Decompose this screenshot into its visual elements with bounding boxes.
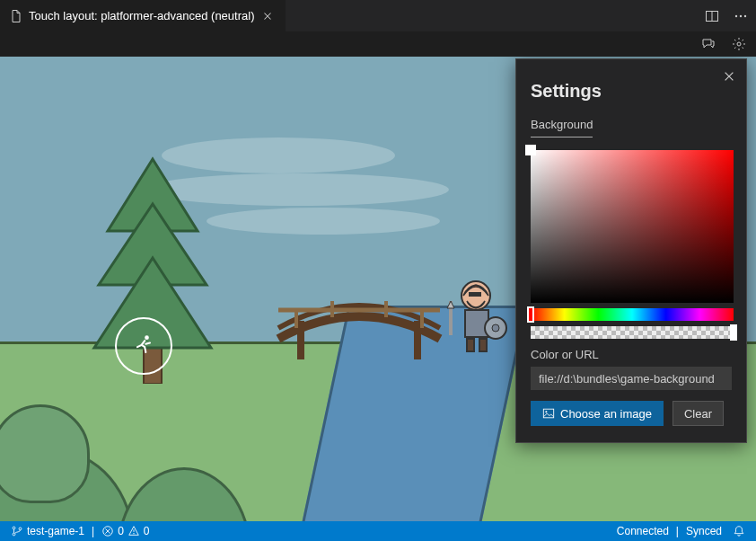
svg-rect-15 xyxy=(469,292,481,297)
color-sv-box[interactable] xyxy=(531,150,734,303)
branch-name: test-game-1 xyxy=(27,525,84,537)
tab-touch-layout[interactable]: Touch layout: platformer-advanced (neutr… xyxy=(0,0,286,31)
problems-status[interactable]: 0 0 xyxy=(96,521,154,541)
run-icon xyxy=(131,333,156,359)
svg-point-3 xyxy=(740,14,742,16)
choose-image-label: Choose an image xyxy=(560,407,652,421)
choose-image-button[interactable]: Choose an image xyxy=(531,401,664,426)
warning-count: 0 xyxy=(144,525,150,537)
tab-title: Touch layout: platformer-advanced (neutr… xyxy=(29,9,254,22)
joystick-overlay[interactable] xyxy=(115,317,172,375)
settings-title: Settings xyxy=(531,81,732,102)
hue-cursor[interactable] xyxy=(527,306,534,323)
error-icon xyxy=(101,525,114,537)
svg-point-31 xyxy=(19,528,22,530)
svg-rect-27 xyxy=(543,409,553,418)
tab-bar: Touch layout: platformer-advanced (neutr… xyxy=(0,0,756,31)
svg-point-17 xyxy=(492,324,499,332)
connected-status[interactable]: Connected xyxy=(611,521,674,541)
svg-rect-21 xyxy=(479,339,487,351)
branch-icon xyxy=(11,525,23,537)
error-count: 0 xyxy=(118,525,124,537)
svg-point-26 xyxy=(145,335,149,340)
gear-icon[interactable] xyxy=(729,34,749,54)
bridge xyxy=(269,274,449,364)
bell-icon xyxy=(733,525,745,537)
svg-rect-20 xyxy=(467,339,474,351)
svg-point-28 xyxy=(545,411,547,412)
svg-marker-19 xyxy=(447,301,454,308)
svg-point-34 xyxy=(133,533,134,534)
svg-point-2 xyxy=(735,14,737,16)
status-bar: test-game-1 | 0 0 Connected | Synced xyxy=(0,521,756,541)
alpha-cursor[interactable] xyxy=(730,324,737,341)
svg-point-30 xyxy=(13,533,15,536)
url-input[interactable] xyxy=(531,367,732,390)
notifications-button[interactable] xyxy=(727,521,751,541)
tab-background[interactable]: Background xyxy=(531,118,593,137)
clear-button[interactable]: Clear xyxy=(672,401,724,426)
more-icon[interactable] xyxy=(731,6,751,26)
close-icon[interactable] xyxy=(259,8,276,24)
image-icon xyxy=(542,407,555,420)
warning-icon xyxy=(127,525,140,537)
settings-panel: Settings Background Color or URL Choose … xyxy=(515,58,747,443)
close-icon[interactable] xyxy=(719,67,739,86)
warrior-character xyxy=(440,270,512,356)
clear-label: Clear xyxy=(684,407,712,421)
editor-toolbar xyxy=(0,31,756,57)
sv-cursor[interactable] xyxy=(525,145,536,155)
svg-point-5 xyxy=(737,42,741,46)
file-icon xyxy=(9,9,23,23)
svg-point-29 xyxy=(13,527,15,529)
split-editor-icon[interactable] xyxy=(702,6,722,26)
synced-status[interactable]: Synced xyxy=(681,521,727,541)
feedback-icon[interactable] xyxy=(699,34,718,54)
editor-canvas: Settings Background Color or URL Choose … xyxy=(0,57,756,521)
svg-point-4 xyxy=(744,14,746,16)
hue-slider[interactable] xyxy=(531,308,734,321)
source-control-branch[interactable]: test-game-1 xyxy=(5,521,90,541)
url-label: Color or URL xyxy=(531,348,732,361)
alpha-slider[interactable] xyxy=(531,326,734,339)
